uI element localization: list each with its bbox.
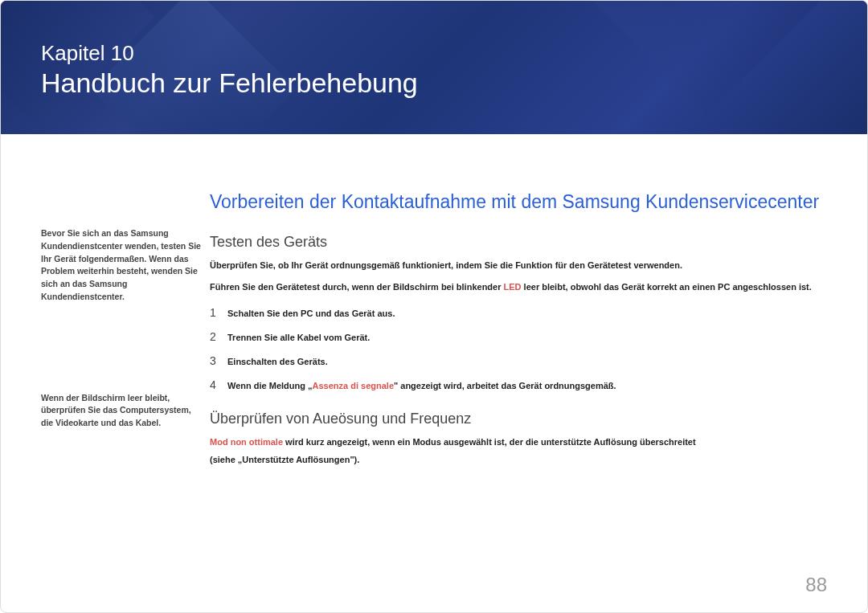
step-number: 4 (210, 378, 227, 391)
step-item: 2 Trennen Sie alle Kabel vom Gerät. (210, 330, 827, 343)
side-note-2: Wenn der Bildschirm leer bleibt, überprü… (41, 392, 202, 430)
page-number: 88 (805, 574, 827, 596)
body-2a: Führen Sie den Gerätetest durch, wenn de… (210, 282, 501, 292)
content-area: Bevor Sie sich an das Samsung Kundendien… (1, 134, 867, 467)
step-text: Einschalten des Geräts. (227, 357, 328, 366)
main-column: Vorbereiten der Kontaktaufnahme mit dem … (202, 190, 827, 467)
sub-heading-testing: Testen des Geräts (210, 234, 827, 251)
step-text: Trennen Sie alle Kabel vom Gerät. (227, 333, 370, 342)
step-number: 2 (210, 330, 227, 343)
step-text: Schalten Sie den PC und das Gerät aus. (227, 309, 395, 318)
side-note-1: Bevor Sie sich an das Samsung Kundendien… (41, 227, 202, 304)
step-text: Wenn die Meldung „Assenza di segnale" an… (227, 381, 616, 390)
step-item: 4 Wenn die Meldung „Assenza di segnale" … (210, 378, 827, 391)
step4-b: " angezeigt wird, arbeitet das Gerät ord… (394, 381, 616, 390)
para2-a: wird kurz angezeigt, wenn ein Modus ausg… (283, 437, 696, 447)
chapter-header: Kapitel 10 Handbuch zur Fehlerbehebung (1, 1, 867, 134)
step4-a: Wenn die Meldung „ (227, 381, 313, 390)
body-2b: leer bleibt, obwohl das Gerät korrekt an… (524, 282, 812, 292)
body-text-2: Führen Sie den Gerätetest durch, wenn de… (210, 280, 827, 295)
resolution-paragraph: Mod non ottimale wird kurz angezeigt, we… (210, 435, 827, 450)
body-text-1: Überprüfen Sie, ob Ihr Gerät ordnungsgem… (210, 259, 827, 273)
step-item: 3 Einschalten des Geräts. (210, 354, 827, 367)
sub-heading-resolution: Überprüfen von Aueösung und Frequenz (210, 411, 827, 427)
steps-list: 1 Schalten Sie den PC und das Gerät aus.… (210, 306, 827, 391)
chapter-title: Handbuch zur Fehlerbehebung (41, 67, 827, 99)
side-note-1-highlight: Kundendienstcenter. (41, 292, 125, 301)
step-item: 1 Schalten Sie den PC und das Gerät aus. (210, 306, 827, 319)
body-2-red: LED (504, 282, 522, 292)
step4-red: Assenza di segnale (313, 381, 395, 390)
side-note-1-text: Bevor Sie sich an das Samsung Kundendien… (41, 228, 201, 288)
step-number: 3 (210, 354, 227, 367)
section-heading: Vorbereiten der Kontaktaufnahme mit dem … (210, 190, 827, 215)
step-number: 1 (210, 306, 227, 319)
para2-red: Mod non ottimale (210, 437, 283, 447)
resolution-paragraph-2: (siehe „Unterstützte Auflösungen"). (210, 453, 827, 468)
sidebar-notes: Bevor Sie sich an das Samsung Kundendien… (41, 190, 202, 467)
chapter-label: Kapitel 10 (41, 41, 827, 66)
